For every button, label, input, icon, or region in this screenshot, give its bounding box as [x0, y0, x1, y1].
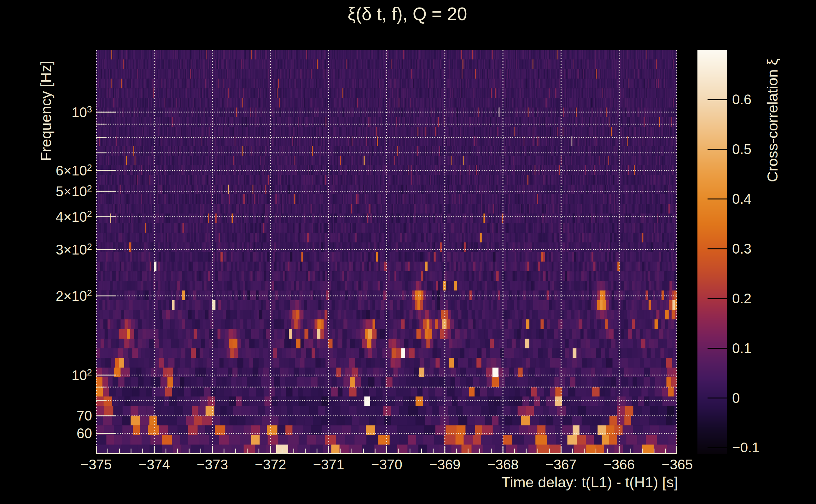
y-tick-label-600: 6×102 — [56, 163, 92, 179]
y-tick-label-200: 2×102 — [56, 288, 92, 304]
figure-title: ξ(δ t, f), Q = 20 — [348, 3, 467, 24]
x-tick-label--369: −369 — [429, 457, 460, 473]
y-tick-label-70: 70 — [77, 408, 92, 424]
y-tick-label-400: 4×102 — [56, 209, 92, 225]
time-axis-label: Time delay: t(L1) - t(H1) [s] — [501, 473, 678, 491]
colorbar-tick-label-0.2: 0.2 — [732, 291, 751, 306]
y-tick-label-100: 102 — [72, 367, 92, 383]
x-tick-label--372: −372 — [255, 457, 286, 473]
x-tick-label--374: −374 — [139, 457, 170, 473]
colorbar-canvas — [698, 50, 727, 454]
colorbar-tick-label-0.5: 0.5 — [732, 141, 751, 157]
x-tick-label--370: −370 — [371, 457, 402, 473]
x-tick-label--367: −367 — [545, 457, 577, 473]
x-tick-label--365: −365 — [662, 457, 693, 473]
colorbar-tick-label-0.1: 0.1 — [732, 341, 751, 356]
y-tick-label-500: 5×102 — [56, 183, 92, 199]
y-tick-label-1000: 103 — [72, 104, 92, 120]
x-tick-label--368: −368 — [487, 457, 519, 473]
colorbar-label: Cross-correlation ξ — [764, 59, 781, 182]
colorbar-tick-label-0.4: 0.4 — [732, 191, 751, 207]
y-tick-label-300: 3×102 — [56, 242, 92, 258]
x-tick-label--373: −373 — [197, 457, 228, 473]
frequency-axis-label: Frequency [Hz] — [37, 61, 55, 161]
colorbar-tick-label--0.1: −0.1 — [732, 440, 760, 455]
colorbar-tick-label-0.3: 0.3 — [732, 241, 751, 257]
figure-root: { "figure": { "background": "#000000", "… — [0, 0, 816, 504]
colorbar-tick-label-0: 0 — [732, 390, 740, 406]
heatmap-canvas — [96, 50, 677, 454]
colorbar-tick-label-0.6: 0.6 — [732, 92, 751, 107]
x-tick-label--375: −375 — [80, 457, 112, 473]
x-tick-label--366: −366 — [603, 457, 635, 473]
y-tick-label-60: 60 — [77, 426, 92, 441]
x-tick-label--371: −371 — [313, 457, 344, 473]
